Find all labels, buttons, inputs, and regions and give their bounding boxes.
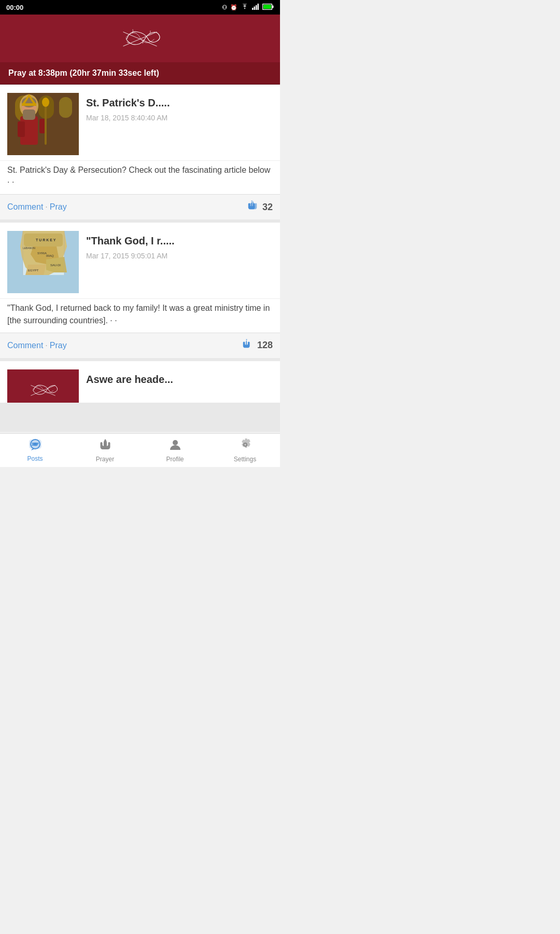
post-header: Aswe are heade... <box>0 361 280 403</box>
svg-text:SAU·DI: SAU·DI <box>50 264 61 267</box>
nav-profile-label: Profile <box>166 456 184 463</box>
prayer-hands-icon <box>242 338 253 353</box>
svg-rect-2 <box>256 5 257 10</box>
post-meta: "Thank God, I r..... Mar 17, 2015 9:05:0… <box>86 231 273 293</box>
status-bar: 00:00 ⚇ ⏰ <box>0 0 280 15</box>
post-actions: Comment · Pray 32 <box>0 194 280 219</box>
alarm-icon: ⏰ <box>230 4 237 11</box>
svg-rect-12 <box>59 97 72 118</box>
wifi-icon <box>241 4 249 11</box>
settings-nav-icon <box>239 438 251 454</box>
svg-rect-19 <box>23 109 35 120</box>
svg-text:SYRIA: SYRIA <box>37 252 47 255</box>
post-meta: St. Patrick's D..... Mar 18, 2015 8:40:4… <box>86 93 273 155</box>
post-date: Mar 17, 2015 9:05:01 AM <box>86 252 273 260</box>
post-header: St. Patrick's D..... Mar 18, 2015 8:40:4… <box>0 85 280 160</box>
action-separator: · <box>45 341 47 350</box>
svg-text:T U R K E Y: T U R K E Y <box>36 238 56 242</box>
post-title: Aswe are heade... <box>86 373 273 386</box>
prayer-banner: Pray at 8:38pm (20hr 37min 33sec left) <box>0 62 280 85</box>
status-time: 00:00 <box>6 4 23 11</box>
post-card-partial: Aswe are heade... <box>0 361 280 403</box>
link-icon: ⚇ <box>222 4 227 11</box>
post-body: "Thank God, I returned back to my family… <box>0 298 280 332</box>
nav-settings-label: Settings <box>234 456 256 463</box>
action-separator: · <box>45 202 47 212</box>
post-meta: Aswe are heade... <box>86 369 273 403</box>
pray-count-number: 32 <box>262 202 273 213</box>
svg-rect-22 <box>45 103 47 145</box>
posts-icon <box>29 439 42 454</box>
svg-rect-3 <box>258 4 259 10</box>
pray-count: 128 <box>242 338 273 353</box>
svg-point-23 <box>42 98 49 107</box>
svg-rect-46 <box>30 440 41 448</box>
svg-point-49 <box>173 440 178 445</box>
post-thumbnail <box>7 93 79 155</box>
signal-icon <box>252 4 259 11</box>
post-card: St. Patrick's D..... Mar 18, 2015 8:40:4… <box>0 85 280 219</box>
svg-rect-27 <box>7 275 79 293</box>
pray-count: 32 <box>247 200 273 214</box>
prayer-hands-icon <box>247 200 258 214</box>
post-actions: Comment · Pray 128 <box>0 333 280 358</box>
svg-rect-1 <box>254 7 256 10</box>
svg-rect-15 <box>18 121 25 137</box>
pray-count-number: 128 <box>257 340 273 351</box>
app-header <box>0 15 280 62</box>
svg-text:IRAQ: IRAQ <box>46 254 54 257</box>
nav-prayer[interactable]: Prayer <box>70 434 140 467</box>
comment-button[interactable]: Comment <box>7 202 43 212</box>
nav-profile[interactable]: Profile <box>140 434 210 467</box>
svg-text:EGYPT: EGYPT <box>28 269 39 272</box>
nav-posts[interactable]: Posts <box>0 434 70 467</box>
bottom-nav: Posts Prayer Profile Settings <box>0 433 280 467</box>
nav-prayer-label: Prayer <box>96 456 114 463</box>
post-card: T U R K E Y SYRIA IRAQ EGYPT SAU·DI LEBA… <box>0 223 280 358</box>
pray-button[interactable]: Pray <box>50 202 67 212</box>
svg-rect-6 <box>272 6 274 8</box>
battery-icon <box>262 4 274 11</box>
logo-container <box>111 20 169 57</box>
status-icons: ⚇ ⏰ <box>222 4 274 11</box>
post-body: St. Patrick's Day & Persecution? Check o… <box>0 160 280 194</box>
prayer-nav-icon <box>100 438 111 454</box>
comment-button[interactable]: Comment <box>7 341 43 350</box>
feed: St. Patrick's D..... Mar 18, 2015 8:40:4… <box>0 85 280 432</box>
svg-rect-5 <box>263 5 271 9</box>
svg-rect-0 <box>252 8 254 10</box>
profile-nav-icon <box>170 438 181 454</box>
post-thumbnail: T U R K E Y SYRIA IRAQ EGYPT SAU·DI LEBA… <box>7 231 79 293</box>
app-logo <box>111 20 169 57</box>
nav-posts-label: Posts <box>27 455 43 462</box>
pray-button[interactable]: Pray <box>50 341 67 350</box>
prayer-banner-text: Pray at 8:38pm (20hr 37min 33sec left) <box>8 68 159 77</box>
post-thumbnail <box>7 369 79 403</box>
post-title: St. Patrick's D..... <box>86 96 273 109</box>
post-header: T U R K E Y SYRIA IRAQ EGYPT SAU·DI LEBA… <box>0 223 280 298</box>
svg-text:LEBANON: LEBANON <box>23 246 35 250</box>
post-date: Mar 18, 2015 8:40:40 AM <box>86 114 273 122</box>
nav-settings[interactable]: Settings <box>210 434 280 467</box>
svg-rect-21 <box>22 103 36 106</box>
post-title: "Thank God, I r..... <box>86 234 273 248</box>
